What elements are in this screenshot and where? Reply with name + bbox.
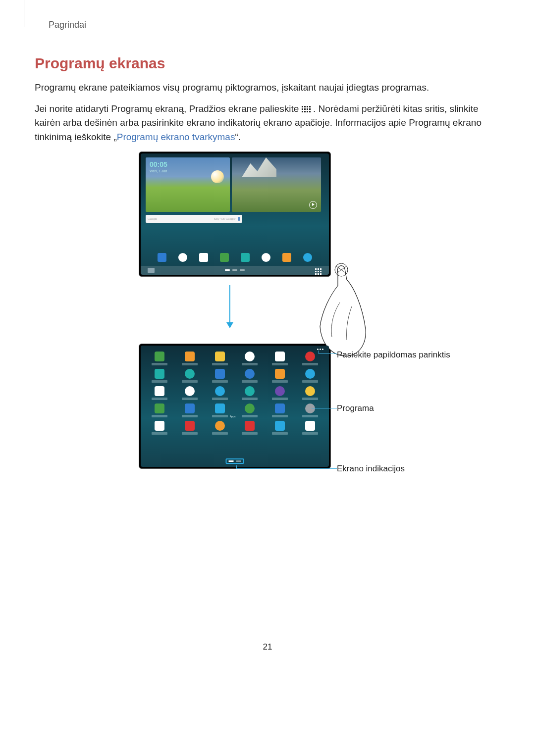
app-google[interactable] — [265, 403, 295, 417]
app-drive[interactable] — [295, 421, 325, 435]
docs-icon — [305, 386, 315, 396]
app-settings[interactable] — [295, 369, 325, 383]
browser-icon — [215, 403, 225, 413]
app-video[interactable] — [205, 369, 235, 383]
photo-widget[interactable] — [232, 157, 321, 212]
dock-phone[interactable] — [220, 253, 229, 262]
clock-icon — [185, 386, 195, 396]
email-icon — [155, 369, 164, 379]
app-label — [302, 398, 318, 400]
app-label — [212, 415, 228, 417]
app-play-music[interactable] — [205, 421, 235, 435]
app-hangouts[interactable] — [235, 403, 265, 417]
google-search-bar[interactable]: Google Say "Ok Google" — [146, 215, 242, 223]
app-play-movies[interactable] — [235, 421, 265, 435]
app-assistant[interactable] — [265, 386, 295, 400]
dock-internet[interactable] — [262, 253, 270, 262]
calendar-icon — [275, 352, 285, 361]
app-label — [242, 432, 258, 435]
app-label — [212, 398, 228, 400]
app-label — [272, 432, 288, 435]
video-icon — [215, 369, 225, 379]
planner-icon — [155, 403, 164, 413]
app-voice[interactable] — [295, 403, 325, 417]
app-label — [212, 363, 228, 365]
figure-area: 00:05 Wed, 1 Jan Google Say "Ok Google" — [35, 151, 500, 469]
text: “. — [235, 132, 241, 142]
google-icon — [275, 403, 285, 413]
section-title: Programų ekranas — [35, 55, 500, 72]
play-icon[interactable] — [309, 201, 317, 209]
calculator-icon — [155, 386, 164, 396]
contacts-icon — [185, 352, 195, 361]
page-indicators[interactable] — [225, 269, 245, 271]
app-email[interactable] — [145, 369, 175, 383]
phone-icon — [155, 352, 164, 361]
internet-icon — [245, 352, 255, 361]
apps-button[interactable] — [314, 267, 323, 275]
link-apps-management[interactable]: Programų ekrano tvarkymas — [117, 132, 235, 142]
app-music[interactable] — [175, 369, 205, 383]
app-gallery[interactable] — [265, 369, 295, 383]
camera-icon — [245, 369, 255, 379]
gallery-icon — [275, 369, 285, 379]
app-label — [302, 380, 318, 383]
app-help[interactable] — [205, 386, 235, 400]
date-text: Wed, 1 Jan — [150, 169, 230, 173]
app-docs[interactable] — [295, 386, 325, 400]
app-calculator[interactable] — [145, 386, 175, 400]
app-downloads[interactable] — [235, 386, 265, 400]
drive-icon — [305, 421, 315, 431]
apps-page-indicators[interactable] — [226, 458, 244, 464]
down-arrow-icon — [229, 285, 233, 328]
dock-apps-collection[interactable] — [158, 253, 166, 262]
app-clock[interactable] — [175, 386, 205, 400]
callout-app: Programa — [337, 403, 374, 413]
recent-folder-icon[interactable] — [148, 268, 155, 273]
app-label — [152, 432, 167, 435]
app-calendar[interactable] — [265, 352, 295, 365]
play-music-icon — [215, 421, 225, 431]
app-label — [302, 432, 318, 435]
app-label — [242, 415, 258, 417]
app-phone[interactable] — [145, 352, 175, 365]
settings-icon — [305, 369, 315, 379]
dock-chrome[interactable] — [178, 253, 187, 262]
smart-remote-icon — [185, 403, 195, 413]
play-movies-icon — [245, 421, 255, 431]
mic-icon[interactable] — [238, 217, 240, 221]
apps-screen: Apps — [141, 346, 329, 467]
dock-settings[interactable] — [303, 253, 312, 262]
app-label — [152, 398, 167, 400]
help-icon — [215, 386, 225, 396]
play-books-icon — [275, 421, 285, 431]
app-camera[interactable] — [235, 369, 265, 383]
app-internet[interactable] — [235, 352, 265, 365]
app-my-files[interactable] — [205, 352, 235, 365]
app-label — [152, 380, 167, 383]
app-label — [152, 363, 167, 365]
app-play-books[interactable] — [265, 421, 295, 435]
instruction-paragraph: Jei norite atidaryti Programų ekraną, Pr… — [35, 102, 500, 145]
app-label — [182, 415, 198, 417]
text: Jei norite atidaryti Programų ekraną, Pr… — [35, 103, 302, 114]
dock-gallery[interactable] — [282, 253, 291, 262]
app-label — [212, 432, 228, 435]
hangouts-icon — [245, 403, 255, 413]
app-planner[interactable] — [145, 403, 175, 417]
page-number: 21 — [35, 642, 500, 652]
app-smart-remote[interactable] — [175, 403, 205, 417]
dock — [141, 253, 329, 262]
youtube-icon — [305, 352, 315, 361]
home-screen: 00:05 Wed, 1 Jan Google Say "Ok Google" — [141, 153, 329, 275]
dock-email[interactable] — [241, 253, 250, 262]
group-label: Apps — [230, 415, 235, 418]
app-gmail[interactable] — [145, 421, 175, 435]
tapping-hand-illustration — [312, 263, 372, 357]
app-contacts[interactable] — [175, 352, 205, 365]
app-label — [242, 363, 258, 365]
app-google-plus[interactable] — [175, 421, 205, 435]
dock-play-store[interactable] — [199, 253, 208, 262]
weather-widget[interactable]: 00:05 Wed, 1 Jan — [146, 157, 230, 212]
intro-paragraph: Programų ekrane pateikiamos visų program… — [35, 81, 500, 95]
